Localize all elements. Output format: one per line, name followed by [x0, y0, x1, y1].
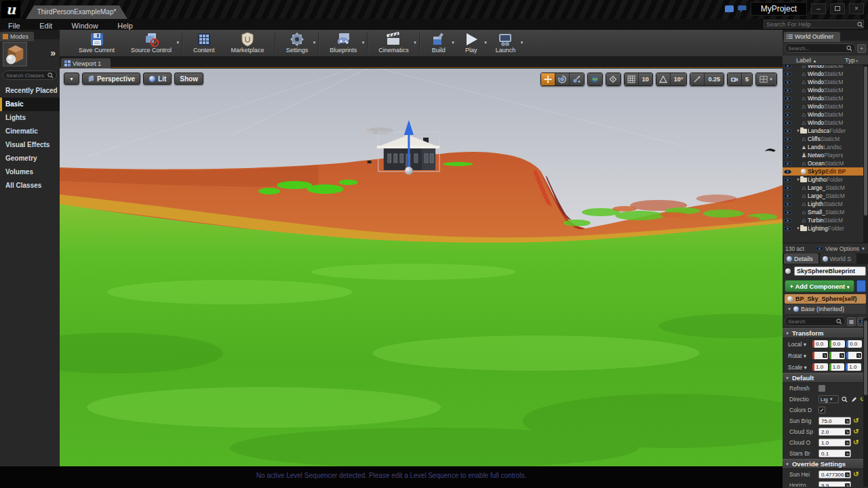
axis-z-field[interactable]: ↘ — [846, 352, 862, 359]
reset-to-default-icon[interactable]: ↺ — [853, 418, 859, 424]
place-mode-button[interactable] — [3, 42, 27, 66]
details-search-input[interactable] — [788, 319, 836, 325]
outliner-row-windo-7[interactable]: ⌂WindoStaticM — [783, 119, 868, 127]
tab-world-settings[interactable]: World S — [820, 253, 857, 264]
move-tool-button[interactable] — [541, 73, 555, 85]
save-current-button[interactable]: Save Current — [71, 30, 123, 56]
modes-item-volumes[interactable]: Volumes — [0, 165, 60, 179]
number-field-sun-hei[interactable]: 0.477306↘ — [818, 470, 851, 479]
outliner-row-windo-3[interactable]: ⌂WindoStaticM — [783, 86, 868, 94]
search-classes-box[interactable] — [3, 70, 57, 80]
number-field-stars-br[interactable]: 0.1↘ — [818, 449, 851, 458]
world-space-button[interactable] — [588, 73, 602, 85]
build-button[interactable]: ▾Build — [422, 30, 455, 56]
visibility-eye-icon[interactable] — [783, 194, 792, 199]
base-inherited-row[interactable]: ▼ Base (Inherited) — [785, 304, 866, 314]
settings-button[interactable]: ▾Settings — [278, 30, 317, 56]
visibility-eye-icon[interactable] — [783, 226, 792, 231]
outliner-row-lighting-20[interactable]: ▼LightingFolder — [783, 224, 868, 232]
section-header-default[interactable]: ▼Default — [783, 373, 868, 383]
drag-handle-icon[interactable]: ↘ — [845, 451, 850, 456]
axis-y-field[interactable]: ↘ — [829, 352, 845, 359]
outliner-row-windo-4[interactable]: ⌂WindoStaticM — [783, 94, 868, 102]
outliner-row-windo-0[interactable]: ⌂WindoStaticM — [783, 65, 868, 70]
drag-handle-icon[interactable]: ↘ — [840, 353, 844, 358]
show-button[interactable]: Show — [174, 73, 203, 85]
play-button[interactable]: ▾Play — [455, 30, 488, 56]
cinematics-button[interactable]: ▾Cinematics — [370, 30, 417, 56]
minimize-button[interactable]: – — [811, 3, 826, 14]
blueprints-button[interactable]: ▾Blueprints — [321, 30, 365, 56]
outliner-row-windo-2[interactable]: ⌂WindoStaticM — [783, 78, 868, 86]
outliner-filter-button[interactable]: + — [857, 44, 866, 53]
visibility-eye-icon[interactable] — [783, 210, 792, 215]
perspective-button[interactable]: Perspective — [82, 73, 140, 85]
maximize-viewport-button[interactable]: ▼ — [756, 73, 776, 85]
launch-button[interactable]: ▾Launch — [488, 30, 524, 56]
outliner-row-large-15[interactable]: ⌂Large_StaticM — [783, 184, 868, 192]
rotate-tool-button[interactable] — [555, 73, 570, 85]
outliner-row-windo-6[interactable]: ⌂WindoStaticM — [783, 110, 868, 119]
property-matrix-button[interactable]: ▦ — [847, 317, 856, 326]
number-field-horizo[interactable]: 9.9↘ — [818, 481, 851, 487]
report-bug-icon[interactable] — [738, 5, 747, 12]
camera-speed-value[interactable]: 5 — [742, 73, 752, 85]
section-header-override-settings[interactable]: ▼Override Settings — [783, 459, 868, 469]
visibility-eye-icon[interactable] — [783, 169, 792, 174]
modes-item-all-classes[interactable]: All Classes — [0, 179, 60, 192]
outliner-search-box[interactable] — [785, 43, 856, 53]
modes-item-lights[interactable]: Lights — [0, 111, 60, 125]
column-header-label[interactable]: Label ▲ — [783, 57, 845, 64]
add-component-button[interactable]: + Add Component ▾ — [785, 280, 854, 292]
column-header-type[interactable]: Typ ▾ — [845, 57, 868, 64]
visibility-eye-icon[interactable] — [783, 104, 792, 109]
component-self-row[interactable]: BP_Sky_Sphere(self) — [785, 294, 866, 304]
drag-handle-icon[interactable]: ↘ — [845, 430, 850, 434]
grid-snap-value[interactable]: 10 — [639, 73, 652, 85]
content-button[interactable]: Content — [185, 30, 223, 56]
property-label[interactable]: Scale ▾ — [788, 364, 811, 371]
modes-item-recently-placed[interactable]: Recently Placed — [0, 84, 60, 98]
outliner-row-netwo-11[interactable]: ♟NetwoPlayers — [783, 151, 868, 159]
modes-item-cinematic[interactable]: Cinematic — [0, 125, 60, 138]
scale-tool-button[interactable] — [570, 73, 584, 85]
outliner-row-cliffs-9[interactable]: ⌂CliffsStaticM — [783, 135, 868, 143]
surface-snap-button[interactable] — [606, 73, 620, 85]
property-label[interactable]: Rotat ▾ — [788, 352, 811, 359]
scale-snap-button[interactable] — [690, 73, 705, 85]
viewport-canvas[interactable]: ▼ Perspective Lit Show 10 10° — [60, 68, 783, 466]
modes-item-basic[interactable]: Basic — [0, 98, 60, 111]
number-field-cloud-sp[interactable]: 2.0↘ — [818, 428, 851, 436]
visibility-eye-icon[interactable] — [783, 96, 792, 101]
outliner-row-lands-10[interactable]: ▲LandsLandsc — [783, 143, 868, 151]
outliner-search-input[interactable] — [788, 45, 846, 52]
outliner-row-turbin-19[interactable]: ⌂TurbinStaticM — [783, 216, 868, 224]
drag-handle-icon[interactable]: ↘ — [845, 419, 850, 424]
visibility-eye-icon[interactable] — [783, 202, 792, 207]
grid-snap-button[interactable] — [625, 73, 639, 85]
visibility-eye-icon[interactable] — [783, 121, 792, 125]
drag-handle-icon[interactable]: ↘ — [823, 353, 827, 358]
visibility-eye-icon[interactable] — [783, 145, 792, 150]
details-scrollbar[interactable] — [863, 318, 868, 487]
rotation-snap-button[interactable] — [656, 73, 671, 85]
number-field-sun-brig[interactable]: 75.0↘ — [818, 417, 851, 425]
outliner-row-lighth-17[interactable]: ⌂LighthStaticM — [783, 200, 868, 208]
marketplace-button[interactable]: Marketplace — [223, 30, 273, 56]
visibility-eye-icon[interactable] — [783, 161, 792, 166]
feedback-icon[interactable] — [725, 5, 734, 12]
reset-to-default-icon[interactable]: ↺ — [853, 428, 859, 435]
level-tab[interactable]: ThirdPersonExampleMap* — [26, 5, 127, 19]
section-header-transform[interactable]: ▼Transform — [783, 328, 868, 338]
maximize-button[interactable] — [830, 3, 845, 14]
help-search-box[interactable] — [764, 20, 864, 28]
rotation-snap-value[interactable]: 10° — [671, 73, 687, 85]
outliner-row-windo-1[interactable]: ⌂WindoStaticM — [783, 70, 868, 78]
outliner-row-small-18[interactable]: ⌂Small_StaticM — [783, 208, 868, 216]
checkbox-colors-d[interactable]: ✓ — [818, 407, 825, 413]
modes-item-geometry[interactable]: Geometry — [0, 152, 60, 165]
search-icon[interactable] — [841, 396, 848, 403]
visibility-eye-icon[interactable] — [783, 72, 792, 77]
visibility-eye-icon[interactable] — [783, 80, 792, 85]
axis-y-field[interactable]: 0.0 — [829, 340, 845, 348]
